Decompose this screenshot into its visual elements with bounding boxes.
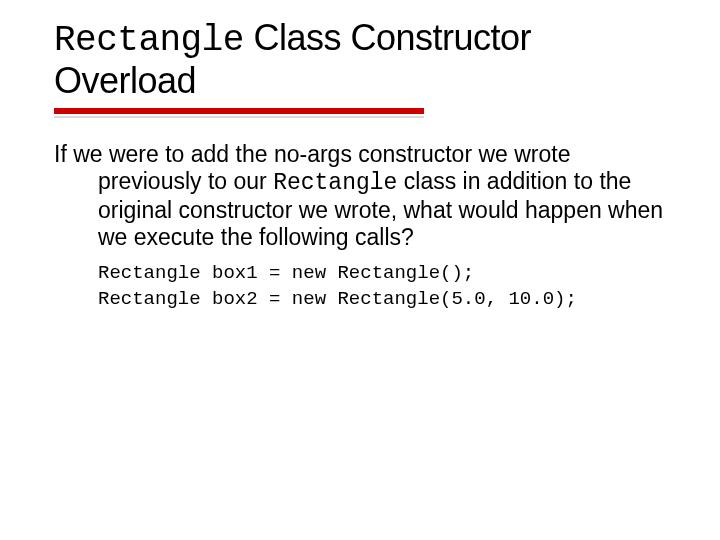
slide-body: If we were to add the no-args constructo… (54, 141, 666, 313)
slide-title: Rectangle Class Constructor Overload (54, 18, 666, 102)
code-block: Rectangle box1 = new Rectangle(); Rectan… (54, 261, 666, 312)
body-paragraph: If we were to add the no-args constructo… (54, 141, 666, 252)
title-underline-shadow (54, 116, 424, 118)
code-line-2: Rectangle box2 = new Rectangle(5.0, 10.0… (98, 288, 577, 310)
slide: Rectangle Class Constructor Overload If … (0, 0, 720, 540)
para-code-word: Rectangle (273, 170, 397, 196)
code-line-1: Rectangle box1 = new Rectangle(); (98, 262, 474, 284)
title-code-word: Rectangle (54, 20, 244, 61)
title-underline (54, 108, 424, 114)
